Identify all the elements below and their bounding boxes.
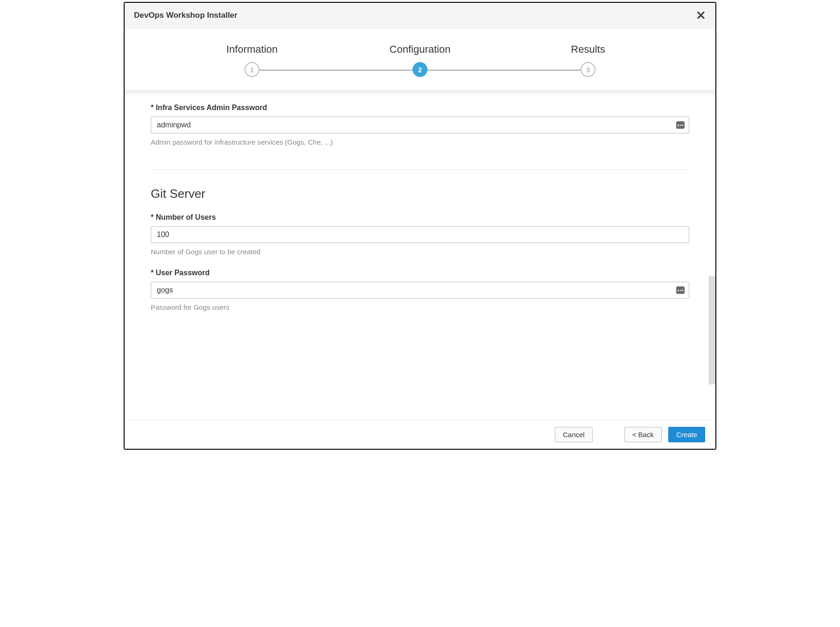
cancel-button[interactable]: Cancel	[555, 427, 593, 442]
git-server-header: Git Server	[151, 187, 689, 201]
content-scroll[interactable]: * Infra Services Admin Password Admin pa…	[125, 91, 715, 420]
modal-footer: Cancel < Back Create	[125, 420, 715, 449]
close-icon: ✕	[696, 8, 706, 22]
step-connector	[427, 70, 581, 71]
step-label: Results	[571, 43, 605, 56]
form-content: * Infra Services Admin Password Admin pa…	[125, 91, 715, 343]
admin-password-input[interactable]	[151, 117, 689, 133]
user-password-label: * User Password	[151, 269, 689, 277]
step-label: Information	[226, 43, 278, 56]
password-saved-icon[interactable]	[676, 121, 685, 129]
step-connector	[259, 70, 413, 71]
admin-password-group: * Infra Services Admin Password Admin pa…	[151, 104, 689, 146]
user-password-input[interactable]	[151, 282, 689, 299]
number-of-users-label: * Number of Users	[151, 213, 689, 222]
scrollbar-thumb[interactable]	[709, 276, 715, 384]
step-configuration[interactable]: Configuration 2	[336, 43, 504, 77]
modal-title: DevOps Workshop Installer	[134, 11, 238, 20]
number-of-users-group: * Number of Users Number of Gogs user to…	[151, 213, 689, 256]
input-wrap	[151, 117, 689, 133]
create-button[interactable]: Create	[668, 427, 705, 442]
installer-modal: DevOps Workshop Installer ✕ Information …	[124, 2, 716, 450]
footer-spacer	[599, 427, 618, 442]
number-of-users-input[interactable]	[151, 226, 689, 243]
step-circle: 2	[413, 62, 427, 77]
user-password-group: * User Password Password for Gogs users	[151, 269, 689, 311]
section-divider	[151, 169, 689, 170]
steps-row: Information 1 Configuration 2 Results 3	[168, 43, 672, 77]
step-circle: 1	[245, 62, 259, 77]
password-saved-icon[interactable]	[676, 286, 685, 294]
close-button[interactable]: ✕	[696, 9, 706, 21]
modal-header: DevOps Workshop Installer ✕	[125, 3, 715, 28]
step-label: Configuration	[390, 43, 451, 56]
back-button[interactable]: < Back	[624, 427, 662, 442]
admin-password-help: Admin password for infrastructure servic…	[151, 138, 689, 146]
input-wrap	[151, 282, 689, 299]
number-of-users-help: Number of Gogs user to be created	[151, 248, 689, 256]
step-results[interactable]: Results 3	[504, 43, 672, 77]
step-information[interactable]: Information 1	[168, 43, 336, 77]
user-password-help: Password for Gogs users	[151, 303, 689, 311]
admin-password-label: * Infra Services Admin Password	[151, 104, 689, 112]
step-circle: 3	[581, 62, 595, 77]
wizard-steps: Information 1 Configuration 2 Results 3	[125, 28, 715, 91]
